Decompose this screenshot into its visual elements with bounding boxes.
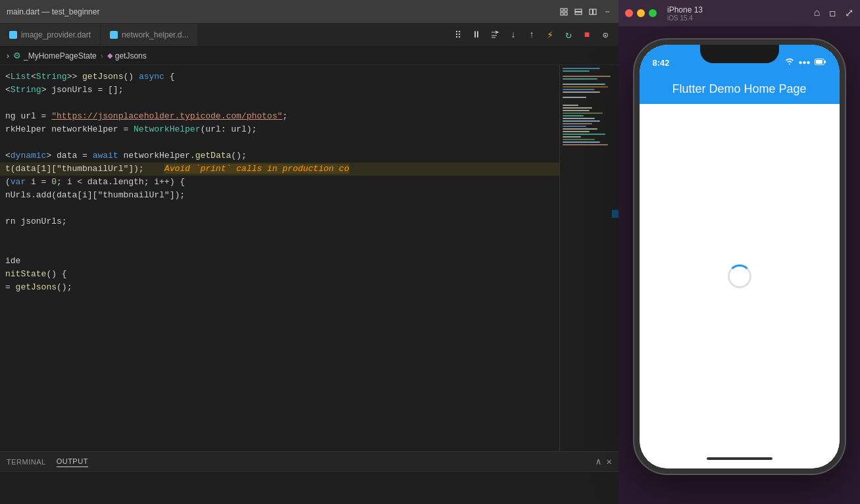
code-line-12: rn jsonUrls; (0, 215, 559, 228)
svg-rect-9 (816, 60, 822, 64)
app-bar-title: Flutter Demo Home Page (672, 82, 806, 96)
traffic-lights (625, 9, 657, 17)
line-content-4: ng url = "https://jsonplaceholder.typico… (0, 110, 288, 123)
window-title: main.dart — test_beginner (7, 7, 99, 16)
battery-icon (815, 59, 826, 67)
home-icon[interactable]: ⌂ (814, 7, 821, 19)
line-content-1: <List<String>> getJsons() async { (0, 70, 175, 84)
title-icon-group: ⋯ (559, 7, 612, 16)
refresh-btn[interactable]: ↻ (561, 27, 576, 43)
line-content-5: rkHelper networkHelper = NetworkHelper(u… (0, 123, 257, 136)
bottom-panel: TERMINAL OUTPUT ∧ ✕ (0, 451, 619, 504)
traffic-light-yellow[interactable] (637, 9, 645, 17)
code-line-14 (0, 241, 559, 255)
breadcrumb-method-label: getJsons (115, 51, 147, 61)
line-content-7: <dynamic> data = await networkHelper.get… (0, 149, 247, 163)
code-line-3 (0, 97, 559, 110)
fullscreen-icon[interactable]: ⤢ (845, 7, 853, 20)
line-content-3 (0, 97, 11, 110)
home-bar (707, 457, 772, 460)
bottom-tabs: TERMINAL OUTPUT ∧ ✕ (0, 452, 619, 472)
step-out-btn[interactable]: ↑ (524, 27, 540, 43)
code-line-16: nitState() { (0, 268, 559, 281)
tabs-bar: image_provider.dart network_helper.d... … (0, 24, 619, 47)
svg-rect-2 (561, 13, 563, 15)
drag-handle-btn[interactable]: ⠿ (450, 27, 466, 43)
line-content-17: = getJsons(); (0, 281, 72, 294)
window-icon-3[interactable] (588, 7, 597, 16)
window-icon-2[interactable] (574, 7, 583, 16)
breadcrumb-method-icon: ◆ (107, 51, 113, 60)
tab-image-provider[interactable]: image_provider.dart (0, 24, 101, 46)
code-line-11 (0, 202, 559, 215)
step-over-btn[interactable] (487, 27, 503, 43)
window-icon-1[interactable] (559, 7, 569, 16)
breadcrumb-sep: › (101, 51, 103, 61)
traffic-light-green[interactable] (649, 9, 657, 17)
bottom-tab-icons: ∧ ✕ (595, 456, 612, 467)
screenshot-icon[interactable]: ◻ (829, 7, 836, 20)
code-line-6 (0, 136, 559, 149)
svg-rect-7 (594, 9, 597, 14)
line-content-10: nUrls.add(data[i]["thumbnailUrl"]); (0, 189, 185, 202)
svg-rect-4 (575, 9, 582, 12)
chevron-up-icon[interactable]: ∧ (595, 456, 601, 467)
stop-btn[interactable]: ■ (579, 27, 595, 43)
status-time: 8:42 (653, 58, 670, 68)
status-icons: ●●● (785, 58, 826, 67)
line-content-2: <String> jsonUrls = []; (0, 84, 123, 97)
line-content-14 (0, 241, 11, 255)
code-line-1: <List<String>> getJsons() async { (0, 70, 559, 84)
svg-rect-3 (565, 13, 567, 15)
code-line-13 (0, 228, 559, 241)
tab-label-1: image_provider.dart (21, 30, 91, 39)
device-name-group: iPhone 13 iOS 15.4 (667, 5, 703, 22)
code-line-10: nUrls.add(data[i]["thumbnailUrl"]); (0, 189, 559, 202)
breadcrumb-class-icon: ⚙ (13, 51, 21, 61)
code-content: <List<String>> getJsons() async { <Strin… (0, 65, 559, 451)
wifi-icon (785, 58, 794, 67)
iphone-frame: 8:42 ●●● (634, 39, 845, 474)
minimap-code (560, 65, 619, 451)
code-line-17: = getJsons(); (0, 281, 559, 294)
loading-spinner (728, 265, 751, 288)
simulator-top-bar: iPhone 13 iOS 15.4 ⌂ ◻ ⤢ (619, 0, 860, 26)
line-content-15: ide (0, 255, 20, 268)
iphone-screen: 8:42 ●●● (640, 45, 840, 468)
traffic-light-red[interactable] (625, 9, 633, 17)
svg-rect-1 (565, 9, 567, 11)
svg-rect-5 (575, 12, 582, 14)
terminal-tab[interactable]: TERMINAL (7, 457, 46, 467)
svg-rect-10 (824, 61, 826, 63)
simulator-top-icons: ⌂ ◻ ⤢ (814, 7, 853, 20)
search-btn[interactable]: ⊙ (597, 27, 613, 43)
minimap-scroll-indicator (612, 210, 619, 218)
signal-icon: ●●● (798, 59, 810, 66)
breadcrumb-class[interactable]: ⚙ _MyHomePageState (13, 51, 97, 61)
line-content-9: (var i = 0; i < data.length; i++) { (0, 176, 185, 189)
close-panel-icon[interactable]: ✕ (607, 456, 612, 467)
app-body (640, 104, 840, 449)
device-name: iPhone 13 (667, 5, 703, 14)
bottom-content (0, 472, 619, 504)
simulator-panel: iPhone 13 iOS 15.4 ⌂ ◻ ⤢ 8:42 ●●● (619, 0, 860, 504)
svg-rect-6 (590, 9, 593, 14)
step-into-btn[interactable]: ↓ (505, 27, 521, 43)
home-indicator (640, 449, 840, 468)
code-line-9: (var i = 0; i < data.length; i++) { (0, 176, 559, 189)
line-content-12: rn jsonUrls; (0, 215, 67, 228)
line-content-13 (0, 228, 11, 241)
lightning-btn[interactable]: ⚡ (542, 27, 558, 43)
code-line-5: rkHelper networkHelper = NetworkHelper(u… (0, 123, 559, 136)
code-line-2: <String> jsonUrls = []; (0, 84, 559, 97)
code-line-7: <dynamic> data = await networkHelper.get… (0, 149, 559, 163)
pause-btn[interactable]: ⏸ (468, 27, 484, 43)
tab-network-helper[interactable]: network_helper.d... (101, 24, 198, 46)
window-icon-4[interactable]: ⋯ (603, 7, 612, 16)
minimap (559, 65, 619, 451)
breadcrumb-chevron: › (7, 51, 9, 61)
output-tab[interactable]: OUTPUT (57, 456, 88, 467)
svg-rect-0 (561, 9, 563, 11)
breadcrumb-method[interactable]: ◆ getJsons (107, 51, 147, 61)
tab-dart-icon-2 (110, 31, 118, 39)
